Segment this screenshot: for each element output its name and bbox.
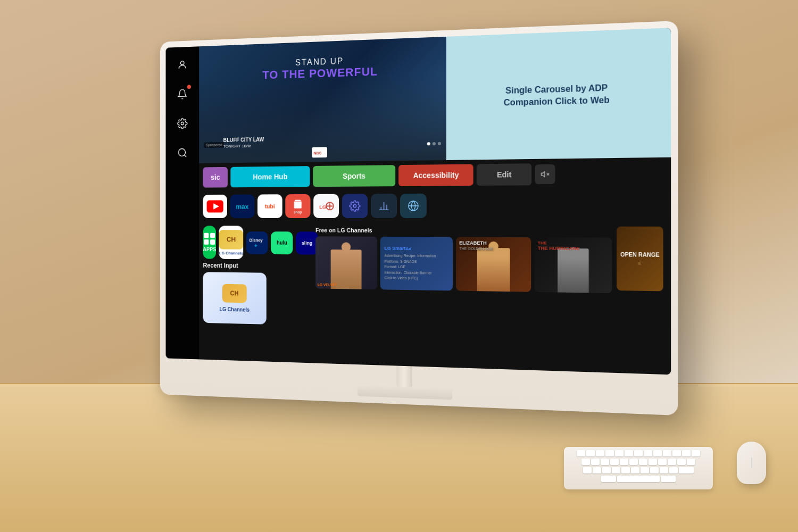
open-range-card[interactable]: OPEN RANGE E <box>617 227 663 292</box>
mouse-divider <box>751 458 752 468</box>
search-icon[interactable] <box>175 145 189 161</box>
tubi-app-icon[interactable]: tubi <box>257 194 282 218</box>
app-icons-row: max tubi shop <box>199 188 671 222</box>
bottom-section: APPS CH LG Channels <box>199 222 671 375</box>
notification-badge <box>187 85 191 89</box>
lg-smart-ad-detail: Advertising Recipe: Information Platform… <box>385 253 448 282</box>
mouse[interactable] <box>737 442 766 484</box>
svg-point-1 <box>181 122 184 124</box>
svg-point-0 <box>180 61 184 65</box>
velvet-label: LG VELVET <box>318 283 337 287</box>
lg-channels-small-btn[interactable]: CH LG Channels <box>219 226 244 259</box>
home-hub-nav-btn[interactable]: Home Hub <box>231 166 310 187</box>
keyboard-row-3 <box>567 467 710 473</box>
max-app-icon[interactable]: max <box>230 195 254 218</box>
keyboard-row-2 <box>567 459 710 465</box>
elizabeth-title-block: ELIZABETH THE GOLDEN AGE <box>459 240 528 251</box>
room-scene: STAND UP TO THE POWERFUL Sponsored BLUFF… <box>0 0 798 532</box>
sling-app-icon[interactable]: sling <box>296 231 318 254</box>
recent-input-section: Recent Input CH LG Channels <box>203 262 311 326</box>
sports-nav-btn[interactable]: Sports <box>313 165 396 187</box>
hero-dot-3 <box>438 142 441 145</box>
edit-nav-btn[interactable]: Edit <box>477 163 531 186</box>
youtube-app-icon[interactable] <box>203 195 227 218</box>
right-section: OPEN RANGE E <box>617 227 666 370</box>
bluff-city-law-title: BLUFF CITY LAW TONIGHT 10/9c <box>223 137 264 149</box>
hero-banner: STAND UP TO THE POWERFUL Sponsored BLUFF… <box>199 28 671 163</box>
notification-icon[interactable] <box>175 86 189 102</box>
music-nav-btn[interactable]: sic <box>203 167 228 187</box>
monitor-stand <box>358 364 452 400</box>
stand-base <box>358 386 452 400</box>
hero-right-title: Single Carousel by ADP Companion Click t… <box>504 82 610 109</box>
hero-dot-2 <box>433 142 436 145</box>
sidebar <box>166 46 200 359</box>
card-text-overlay: LG SmartAd Advertising Recipe: Informati… <box>380 237 453 291</box>
hero-dots <box>427 142 441 145</box>
main-content: STAND UP TO THE POWERFUL Sponsored BLUFF… <box>199 28 671 375</box>
monitor-screen: STAND UP TO THE POWERFUL Sponsored BLUFF… <box>166 28 671 375</box>
recent-input-label: Recent Input <box>203 262 311 270</box>
disney-app-icon[interactable]: Disney + <box>246 231 268 254</box>
lg-velvet-card[interactable]: LG VELVET <box>315 236 377 289</box>
hurricane-title-block: THE THE HURRICANE <box>538 240 609 251</box>
mute-button[interactable] <box>535 164 555 184</box>
globe-app-icon[interactable] <box>400 194 427 218</box>
free-on-lg-channels-label: Free on LG Channels <box>315 226 612 236</box>
lg-channels-large-logo: CH <box>222 284 247 302</box>
elizabeth-card[interactable]: ELIZABETH THE GOLDEN AGE <box>456 237 531 292</box>
svg-marker-6 <box>542 171 545 177</box>
nav-row: sic Home Hub Sports Accessibility Edit <box>199 157 671 192</box>
tv-ui: STAND UP TO THE POWERFUL Sponsored BLUFF… <box>166 28 671 375</box>
keyboard[interactable] <box>564 447 713 489</box>
keyboard-row-1 <box>567 450 710 456</box>
settings-app-icon[interactable] <box>342 194 368 218</box>
sponsored-tag: Sponsored <box>204 142 224 148</box>
left-apps: APPS CH LG Channels <box>203 226 311 359</box>
hulu-app-icon[interactable]: hulu <box>271 231 293 254</box>
nbc-logo: NBC <box>312 147 327 157</box>
hero-left[interactable]: STAND UP TO THE POWERFUL Sponsored BLUFF… <box>199 37 446 163</box>
lg-fitness-app-icon[interactable]: LG <box>313 194 339 218</box>
middle-content: Free on LG Channels LG VELVET <box>315 226 612 369</box>
chart-app-icon[interactable] <box>371 194 397 218</box>
stand-neck <box>396 366 412 388</box>
svg-text:+: + <box>254 242 257 248</box>
elizabeth-person <box>477 248 510 292</box>
lg-smart-ad-title: LG SmartAd <box>385 245 448 252</box>
lg-smart-ad-card[interactable]: LG SmartAd Advertising Recipe: Informati… <box>380 237 453 291</box>
settings-icon[interactable] <box>175 116 189 131</box>
shop-app-icon[interactable]: shop <box>285 194 310 218</box>
hurricane-card[interactable]: THE THE HURRICANE <box>534 237 612 293</box>
lg-channels-logo-small: CH <box>219 230 244 250</box>
hero-right[interactable]: Single Carousel by ADP Companion Click t… <box>446 28 671 160</box>
accessibility-nav-btn[interactable]: Accessibility <box>399 164 474 186</box>
user-icon[interactable] <box>175 57 189 72</box>
quick-apps-row: APPS CH LG Channels <box>203 226 311 260</box>
svg-line-3 <box>185 155 187 157</box>
lg-channels-large-btn[interactable]: CH LG Channels <box>203 272 266 324</box>
hero-text-block: STAND UP TO THE POWERFUL <box>262 55 378 82</box>
svg-point-15 <box>353 205 356 207</box>
content-area: LG VELVET LG SmartAd Advertising Recipe:… <box>315 236 612 368</box>
apps-icon-grid <box>204 232 215 244</box>
svg-text:NBC: NBC <box>313 151 321 155</box>
hero-dot-1 <box>427 142 430 145</box>
keyboard-row-4 <box>567 476 710 482</box>
open-range-title-block: OPEN RANGE E <box>617 248 663 270</box>
apps-button[interactable]: APPS <box>203 226 216 259</box>
svg-text:LG: LG <box>319 204 326 210</box>
monitor: STAND UP TO THE POWERFUL Sponsored BLUFF… <box>160 21 678 415</box>
